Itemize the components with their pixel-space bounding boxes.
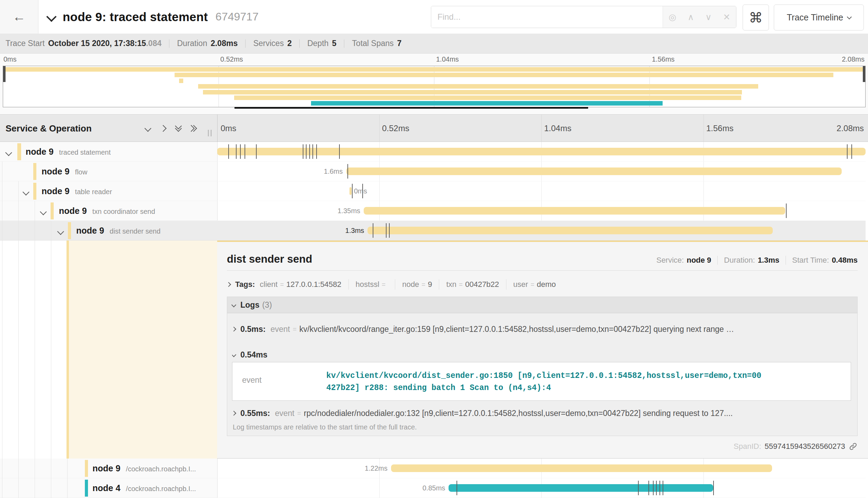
span-event-tick [316,144,317,159]
collapse-chevron-icon[interactable] [23,189,29,196]
log-field-key: event [271,325,290,334]
detail-left-tint [69,241,217,459]
service-name: node 9 [42,162,70,181]
divider [717,256,718,265]
divider [439,279,439,290]
minimap-canvas[interactable] [3,66,866,107]
log-time: 0.54ms [240,350,267,360]
service-name: node 9 [92,459,121,478]
keyboard-shortcuts-button[interactable]: ⌘ [743,4,769,30]
log-entry-0.5ms[interactable]: 0.5ms: event = kv/kvclient/kvcoord/range… [232,321,852,337]
find-next-icon[interactable]: ∨ [705,12,711,22]
collapse-chevron-icon[interactable] [57,228,64,235]
view-selector-label: Trace Timeline [787,12,843,22]
minimap-view-indicator[interactable] [234,107,588,109]
tag-value: 9 [428,280,432,289]
span-bar[interactable] [349,187,352,195]
operation-name: dist sender send [110,227,161,235]
tags-row[interactable]: Tags: client=127.0.0.1:54582 hostssl= no… [227,278,556,291]
indent-guide [2,162,2,498]
service-meta-value: node 9 [687,256,711,265]
collapse-trace-chevron-icon[interactable] [46,12,57,22]
minimap-left-scrub-handle[interactable] [3,66,6,82]
view-selector-button[interactable]: Trace Timeline [774,4,864,30]
collapse-one-icon[interactable] [145,126,150,131]
span-event-tick [309,144,310,159]
span-event-tick [713,481,714,495]
span-event-tick [352,184,353,198]
back-button[interactable]: ← [0,0,38,34]
divider [786,256,786,265]
start-time-meta-label: Start Time: [792,256,829,265]
minimap-tick-4: 2.08ms [842,55,865,63]
span-event-tick [373,223,373,238]
find-prev-icon[interactable]: ∧ [688,12,694,22]
span-rows-area: node 9 traced statement node 9 flow 1.6m… [0,142,868,498]
log-entry-0.54ms[interactable]: 0.54ms [232,347,852,363]
tag-key: hostssl [356,280,379,289]
minimap-span-bar [203,90,742,94]
logs-footer-note: Log timestamps are relative to the start… [233,423,417,431]
spanid-label: SpanID: [734,442,761,451]
divider [344,39,344,48]
link-icon[interactable] [849,442,858,451]
service-color-stripe [68,222,71,239]
tag-key: user [513,280,528,289]
equals-sign: = [297,409,301,417]
expand-log-chevron-icon [232,327,236,332]
expand-all-icon[interactable] [191,126,196,131]
span-bar[interactable] [364,207,785,215]
log-entry-0.55ms[interactable]: 0.55ms: event = rpc/nodedialer/nodediale… [232,405,852,421]
equals-sign: = [293,325,296,333]
span-row-flow[interactable]: node 9 flow 1.6ms [0,162,868,181]
span-event-tick [236,144,237,159]
span-duration-label: 1.6ms [324,162,346,181]
ruler-gridline [379,115,380,142]
total-spans-value: 7 [397,39,402,48]
span-row-table-reader[interactable]: node 9 table reader 0ms [0,181,868,201]
span-row-roachpb-node4[interactable]: node 4 /cockroach.roachpb.I... 0.85ms [0,478,868,498]
collapse-chevron-icon[interactable] [5,149,12,156]
column-resize-handle[interactable] [208,130,212,136]
logs-accordion: Logs (3) 0.5ms: event = kv/kvclient/kvco… [227,297,858,436]
span-row-traced-statement[interactable]: node 9 traced statement [0,142,868,162]
log-field-value: rpc/nodedialer/nodedialer.go:132 [n9,cli… [304,409,733,418]
span-row-roachpb-node9[interactable]: node 9 /cockroach.roachpb.I... 1.22ms [0,459,868,478]
minimap-span-bar [3,67,865,72]
span-bar[interactable] [449,484,713,492]
collapse-chevron-icon[interactable] [40,208,47,215]
span-row-txn-coordinator-send[interactable]: node 9 txn coordinator send 1.35ms [0,201,868,221]
divider [348,279,349,290]
span-row-dist-sender-send[interactable]: node 9 dist sender send 1.3ms [0,221,868,241]
minimap-right-scrub-handle[interactable] [863,66,865,82]
indent-guide [51,221,51,498]
span-duration-label: 0.85ms [423,478,449,498]
find-target-icon[interactable]: ◎ [668,12,676,22]
span-bar[interactable] [391,464,772,472]
logs-label: Logs [240,300,259,310]
span-duration-label: 1.35ms [337,201,364,221]
indent-guide [67,459,68,498]
service-operation-header: Service & Operation [6,115,92,142]
expand-one-icon[interactable] [161,126,166,131]
spanid-value: 5597415943526560273 [765,442,845,451]
span-event-tick [659,481,660,495]
span-bar[interactable] [217,148,866,155]
operation-name: traced statement [59,148,111,156]
collapse-all-icon[interactable] [176,126,181,131]
span-bar[interactable] [367,227,773,234]
span-duration-label: 0ms [354,181,367,201]
span-event-tick [389,223,390,238]
logs-header[interactable]: Logs (3) [227,297,857,313]
span-event-tick [228,144,229,159]
find-input[interactable] [431,6,663,28]
find-clear-icon[interactable]: ✕ [723,12,730,22]
services-label: Services [253,39,284,48]
service-color-stripe [33,183,36,200]
back-arrow-icon: ← [12,9,26,24]
span-bar[interactable] [346,167,842,175]
trace-start-label: Trace Start [6,39,45,48]
service-color-stripe [85,460,88,477]
total-spans-label: Total Spans [352,39,393,48]
service-name: node 9 [42,181,70,201]
